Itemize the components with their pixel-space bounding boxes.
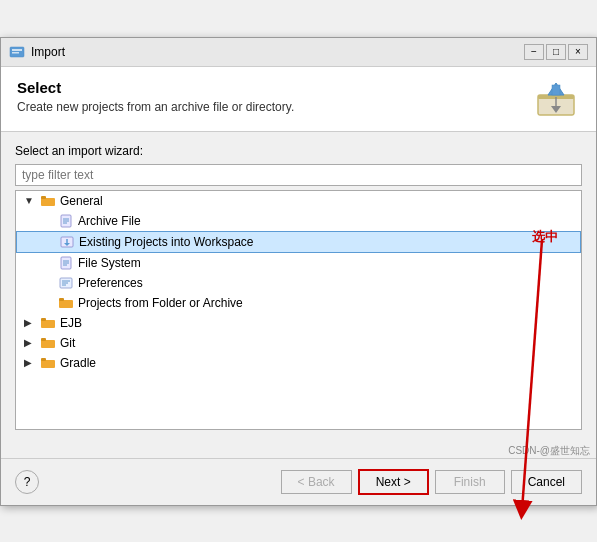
tree-item[interactable]: ▶Gradle xyxy=(16,353,581,373)
tree-item-label: EJB xyxy=(60,316,82,330)
expand-icon: ▼ xyxy=(24,195,40,206)
item-type-icon xyxy=(58,213,74,229)
tree-item-label: Projects from Folder or Archive xyxy=(78,296,243,310)
item-type-icon xyxy=(58,275,74,291)
tree-item-label: Preferences xyxy=(78,276,143,290)
item-type-icon xyxy=(58,295,74,311)
cancel-button[interactable]: Cancel xyxy=(511,470,582,494)
svg-rect-32 xyxy=(41,318,46,321)
maximize-button[interactable]: □ xyxy=(546,44,566,60)
item-type-icon xyxy=(40,355,56,371)
header-icon xyxy=(532,79,580,119)
item-type-icon xyxy=(40,193,56,209)
tree-item[interactable]: File System xyxy=(16,253,581,273)
watermark: CSDN-@盛世知忘 xyxy=(1,442,596,458)
svg-rect-11 xyxy=(41,196,46,199)
tree-item[interactable]: Projects from Folder or Archive xyxy=(16,293,581,313)
tree-item[interactable]: Preferences xyxy=(16,273,581,293)
svg-rect-1 xyxy=(12,49,22,51)
svg-rect-2 xyxy=(12,52,19,54)
tree-item[interactable]: Archive File xyxy=(16,211,581,231)
tree-item[interactable]: ▶EJB xyxy=(16,313,581,333)
item-type-icon xyxy=(59,234,75,250)
item-type-icon xyxy=(58,255,74,271)
window-icon xyxy=(9,44,25,60)
tree-item[interactable]: ▶Git xyxy=(16,333,581,353)
expand-icon: ▶ xyxy=(24,357,40,368)
dialog-content: Select an import wizard: ▼GeneralArchive… xyxy=(1,132,596,442)
tree-item-label: Existing Projects into Workspace xyxy=(79,235,254,249)
tree-item-label: General xyxy=(60,194,103,208)
tree-wrapper: ▼GeneralArchive FileExisting Projects in… xyxy=(15,190,582,430)
window-title: Import xyxy=(31,45,518,59)
svg-rect-29 xyxy=(59,298,64,301)
window-controls: − □ × xyxy=(524,44,588,60)
tree-item-label: File System xyxy=(78,256,141,270)
item-type-icon xyxy=(40,335,56,351)
header-title: Select xyxy=(17,79,294,96)
tree-item-label: Git xyxy=(60,336,75,350)
expand-icon: ▶ xyxy=(24,317,40,328)
item-type-icon xyxy=(40,315,56,331)
tree-item-label: Archive File xyxy=(78,214,141,228)
expand-icon: ▶ xyxy=(24,337,40,348)
svg-rect-6 xyxy=(552,85,560,95)
header-description: Create new projects from an archive file… xyxy=(17,100,294,114)
title-bar: Import − □ × xyxy=(1,38,596,67)
minimize-button[interactable]: − xyxy=(524,44,544,60)
tree-item[interactable]: ▼General xyxy=(16,191,581,211)
button-bar: ? < Back Next > Finish Cancel xyxy=(1,458,596,505)
tree-item-label: Gradle xyxy=(60,356,96,370)
dialog-header: Select Create new projects from an archi… xyxy=(1,67,596,132)
header-text: Select Create new projects from an archi… xyxy=(17,79,294,114)
search-input[interactable] xyxy=(15,164,582,186)
close-button[interactable]: × xyxy=(568,44,588,60)
filter-label: Select an import wizard: xyxy=(15,144,582,158)
next-button[interactable]: Next > xyxy=(358,469,429,495)
help-button[interactable]: ? xyxy=(15,470,39,494)
wizard-tree[interactable]: ▼GeneralArchive FileExisting Projects in… xyxy=(15,190,582,430)
svg-rect-38 xyxy=(41,358,46,361)
tree-item[interactable]: Existing Projects into Workspace xyxy=(16,231,581,253)
finish-button[interactable]: Finish xyxy=(435,470,505,494)
svg-rect-35 xyxy=(41,338,46,341)
import-dialog: Import − □ × Select Create new projects … xyxy=(0,37,597,506)
back-button[interactable]: < Back xyxy=(281,470,352,494)
